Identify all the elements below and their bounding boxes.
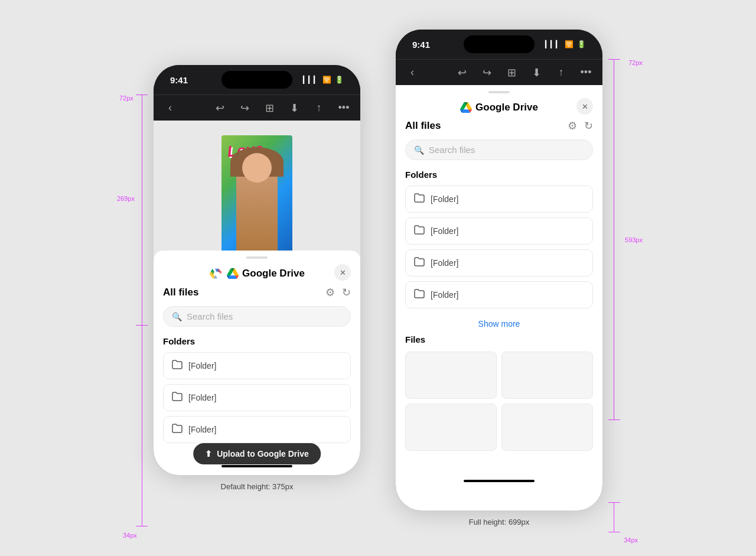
- right-folder-name-2: [Folder]: [431, 226, 458, 236]
- left-folder-name-1: [Folder]: [188, 361, 216, 370]
- wifi-icon: 🛜: [322, 76, 331, 84]
- right-sheet-title: Google Drive: [475, 102, 538, 113]
- left-gear-icon[interactable]: ⚙: [325, 286, 335, 299]
- right-download-icon[interactable]: ⬇: [528, 66, 545, 79]
- left-upload-label: Upload to Google Drive: [217, 449, 309, 459]
- left-phone-content: Love: [154, 121, 360, 475]
- right-share-icon[interactable]: ↑: [553, 66, 569, 79]
- right-back-button[interactable]: ‹: [404, 66, 421, 79]
- battery-icon: 🔋: [335, 76, 344, 84]
- right-file-thumb-2[interactable]: [501, 352, 593, 399]
- right-phone-content: Google Drive ✕ All files ⚙ ↻ 🔍 Sear: [396, 85, 602, 511]
- right-more-icon[interactable]: •••: [578, 66, 594, 79]
- left-download-icon[interactable]: ⬇: [286, 102, 302, 115]
- ann-mid-left: 269px: [117, 195, 135, 202]
- left-folder-icon-2: [172, 392, 183, 404]
- right-files-section-title: Files: [405, 334, 593, 344]
- right-folder-item-2[interactable]: [Folder]: [405, 217, 593, 245]
- left-folder-item-2[interactable]: [Folder]: [163, 384, 351, 411]
- right-sheet-header: Google Drive ✕: [396, 93, 602, 119]
- left-phone-label: Default height: 375px: [221, 482, 294, 491]
- left-sheet-title: Google Drive: [242, 268, 305, 279]
- left-folder-name-2: [Folder]: [188, 393, 216, 402]
- right-status-icons: ▎▎▎ 🛜 🔋: [545, 40, 586, 48]
- right-file-thumb-4[interactable]: [501, 404, 593, 451]
- right-files-grid: [405, 352, 593, 451]
- right-files-title: All files: [405, 120, 441, 132]
- left-more-icon[interactable]: •••: [335, 102, 352, 114]
- right-gdrive-icon: [460, 102, 472, 113]
- right-phone-wrapper: 72px 593px 34px 9:41 ▎▎▎ 🛜 🔋 ‹ ↩ ↪ ⊞ ⬇ ↑: [396, 30, 602, 526]
- left-dynamic-island: [221, 71, 292, 89]
- ann-line-bot-v: [142, 325, 142, 526]
- left-sheet-close-button[interactable]: ✕: [334, 264, 351, 281]
- left-folder-name-3: [Folder]: [188, 425, 216, 434]
- left-toolbar-group: ↩ ↪ ⊞ ⬇ ↑ •••: [211, 102, 352, 115]
- right-undo-icon[interactable]: ↩: [454, 66, 470, 79]
- right-folder-name-1: [Folder]: [431, 194, 458, 204]
- right-tab-icon[interactable]: ⊞: [503, 66, 520, 79]
- right-home-indicator: [396, 472, 602, 490]
- left-folder-icon-3: [172, 424, 183, 435]
- left-search-bar[interactable]: 🔍 Search files: [163, 306, 351, 327]
- right-folders-title: Folders: [405, 170, 593, 180]
- right-folder-item-1[interactable]: [Folder]: [405, 186, 593, 213]
- ann-line-top-v: [142, 95, 142, 325]
- right-folder-item-3[interactable]: [Folder]: [405, 249, 593, 277]
- left-folder-icon-1: [172, 360, 183, 372]
- left-status-time: 9:41: [170, 75, 188, 85]
- right-wifi-icon: 🛜: [565, 40, 573, 48]
- left-folders-title: Folders: [163, 336, 351, 346]
- right-search-placeholder: Search files: [429, 145, 475, 155]
- right-show-more[interactable]: Show more: [405, 313, 593, 334]
- right-files-header: All files ⚙ ↻: [405, 119, 593, 132]
- left-files-actions: ⚙ ↻: [325, 286, 351, 299]
- right-folder-icon-1: [414, 193, 425, 205]
- left-redo-icon[interactable]: ↪: [236, 102, 253, 115]
- ann-line-bot-rh: [608, 502, 620, 503]
- right-phone-label: Full height: 699px: [469, 518, 530, 526]
- left-phone-frame: 9:41 ▎▎▎ 🛜 🔋 ‹ ↩ ↪ ⊞ ⬇ ↑ •••: [154, 65, 360, 475]
- right-folder-item-4[interactable]: [Folder]: [405, 281, 593, 308]
- ann-line-top-rv: [614, 59, 614, 420]
- ann-line-bot-rv: [614, 502, 614, 532]
- left-browser-toolbar: ‹ ↩ ↪ ⊞ ⬇ ↑ •••: [154, 95, 360, 121]
- left-folder-item-3[interactable]: [Folder]: [163, 416, 351, 443]
- right-file-thumb-1[interactable]: [405, 352, 497, 399]
- right-browser-toolbar: ‹ ↩ ↪ ⊞ ⬇ ↑ •••: [396, 59, 602, 85]
- left-back-button[interactable]: ‹: [162, 102, 178, 114]
- right-search-bar[interactable]: 🔍 Search files: [405, 139, 593, 160]
- right-folder-icon-4: [414, 289, 425, 301]
- right-bottom-sheet: Google Drive ✕ All files ⚙ ↻ 🔍 Sear: [396, 85, 602, 511]
- right-refresh-icon[interactable]: ↻: [584, 119, 593, 132]
- left-folder-item-1[interactable]: [Folder]: [163, 352, 351, 379]
- ann-top-right: 72px: [628, 59, 643, 66]
- left-upload-icon: ⬆: [205, 449, 212, 459]
- left-files-title: All files: [163, 287, 198, 298]
- right-gear-icon[interactable]: ⚙: [568, 119, 577, 132]
- left-tab-icon[interactable]: ⊞: [261, 102, 278, 115]
- right-toolbar-group: ↩ ↪ ⊞ ⬇ ↑ •••: [454, 66, 594, 79]
- left-undo-icon[interactable]: ↩: [211, 102, 228, 115]
- signal-icon: ▎▎▎: [303, 76, 319, 84]
- left-share-icon[interactable]: ↑: [311, 102, 327, 114]
- left-files-header: All files ⚙ ↻: [163, 286, 351, 299]
- right-sheet-close-button[interactable]: ✕: [576, 98, 593, 115]
- left-refresh-icon[interactable]: ↻: [342, 286, 351, 299]
- person-silhouette: [236, 159, 278, 253]
- right-sheet-body: All files ⚙ ↻ 🔍 Search files Folders: [396, 119, 602, 460]
- left-status-icons: ▎▎▎ 🛜 🔋: [303, 76, 344, 84]
- ann-top-left: 72px: [119, 95, 133, 102]
- right-phone-frame: 9:41 ▎▎▎ 🛜 🔋 ‹ ↩ ↪ ⊞ ⬇ ↑ •••: [396, 30, 602, 511]
- left-search-icon: 🔍: [172, 312, 182, 321]
- ann-bot-left: 34px: [123, 532, 137, 539]
- left-sheet-body: All files ⚙ ↻ 🔍 Search files Folders: [154, 286, 360, 457]
- right-file-thumb-3[interactable]: [405, 404, 497, 451]
- right-redo-icon[interactable]: ↪: [478, 66, 495, 79]
- right-battery-icon: 🔋: [577, 40, 586, 48]
- left-sheet-header: Google Drive ✕: [154, 259, 360, 286]
- right-folder-icon-2: [414, 225, 425, 237]
- left-phone-wrapper: 72px 269px 34px 9:41 ▎▎▎ 🛜 🔋 ‹ ↩ ↪ ⊞ ⬇ ↑: [154, 65, 360, 491]
- gdrive-icon: [227, 268, 239, 279]
- left-upload-button[interactable]: ⬆ Upload to Google Drive: [193, 443, 321, 464]
